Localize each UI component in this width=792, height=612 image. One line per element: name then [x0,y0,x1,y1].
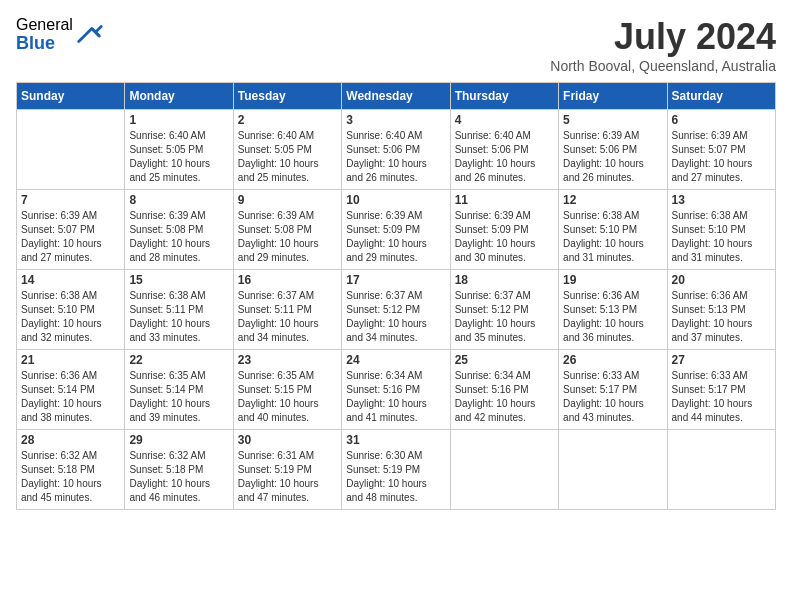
calendar-cell: 8Sunrise: 6:39 AM Sunset: 5:08 PM Daylig… [125,190,233,270]
calendar-table: SundayMondayTuesdayWednesdayThursdayFrid… [16,82,776,510]
calendar-body: 1Sunrise: 6:40 AM Sunset: 5:05 PM Daylig… [17,110,776,510]
day-number: 4 [455,113,554,127]
day-info: Sunrise: 6:39 AM Sunset: 5:09 PM Dayligh… [346,209,445,265]
day-info: Sunrise: 6:34 AM Sunset: 5:16 PM Dayligh… [346,369,445,425]
calendar-week-row: 14Sunrise: 6:38 AM Sunset: 5:10 PM Dayli… [17,270,776,350]
calendar-cell: 2Sunrise: 6:40 AM Sunset: 5:05 PM Daylig… [233,110,341,190]
calendar-cell: 19Sunrise: 6:36 AM Sunset: 5:13 PM Dayli… [559,270,667,350]
day-number: 6 [672,113,771,127]
day-info: Sunrise: 6:36 AM Sunset: 5:13 PM Dayligh… [672,289,771,345]
calendar-cell [17,110,125,190]
day-number: 7 [21,193,120,207]
month-title: July 2024 [550,16,776,58]
calendar-cell: 29Sunrise: 6:32 AM Sunset: 5:18 PM Dayli… [125,430,233,510]
day-info: Sunrise: 6:38 AM Sunset: 5:11 PM Dayligh… [129,289,228,345]
day-info: Sunrise: 6:30 AM Sunset: 5:19 PM Dayligh… [346,449,445,505]
day-number: 25 [455,353,554,367]
day-info: Sunrise: 6:39 AM Sunset: 5:06 PM Dayligh… [563,129,662,185]
page-header: General Blue July 2024 North Booval, Que… [16,16,776,74]
day-of-week-header: Friday [559,83,667,110]
calendar-cell: 31Sunrise: 6:30 AM Sunset: 5:19 PM Dayli… [342,430,450,510]
day-of-week-header: Sunday [17,83,125,110]
day-number: 8 [129,193,228,207]
calendar-cell: 26Sunrise: 6:33 AM Sunset: 5:17 PM Dayli… [559,350,667,430]
day-info: Sunrise: 6:32 AM Sunset: 5:18 PM Dayligh… [129,449,228,505]
calendar-cell: 25Sunrise: 6:34 AM Sunset: 5:16 PM Dayli… [450,350,558,430]
day-info: Sunrise: 6:32 AM Sunset: 5:18 PM Dayligh… [21,449,120,505]
day-info: Sunrise: 6:39 AM Sunset: 5:07 PM Dayligh… [672,129,771,185]
day-of-week-header: Thursday [450,83,558,110]
day-info: Sunrise: 6:40 AM Sunset: 5:06 PM Dayligh… [455,129,554,185]
day-info: Sunrise: 6:37 AM Sunset: 5:12 PM Dayligh… [455,289,554,345]
calendar-cell: 12Sunrise: 6:38 AM Sunset: 5:10 PM Dayli… [559,190,667,270]
calendar-cell: 23Sunrise: 6:35 AM Sunset: 5:15 PM Dayli… [233,350,341,430]
logo-icon [75,21,103,49]
calendar-week-row: 7Sunrise: 6:39 AM Sunset: 5:07 PM Daylig… [17,190,776,270]
calendar-cell: 10Sunrise: 6:39 AM Sunset: 5:09 PM Dayli… [342,190,450,270]
day-number: 26 [563,353,662,367]
day-number: 17 [346,273,445,287]
calendar-cell: 3Sunrise: 6:40 AM Sunset: 5:06 PM Daylig… [342,110,450,190]
day-info: Sunrise: 6:40 AM Sunset: 5:05 PM Dayligh… [129,129,228,185]
day-of-week-header: Monday [125,83,233,110]
day-number: 11 [455,193,554,207]
calendar-cell: 15Sunrise: 6:38 AM Sunset: 5:11 PM Dayli… [125,270,233,350]
day-info: Sunrise: 6:36 AM Sunset: 5:14 PM Dayligh… [21,369,120,425]
day-info: Sunrise: 6:39 AM Sunset: 5:09 PM Dayligh… [455,209,554,265]
day-number: 10 [346,193,445,207]
day-of-week-header: Tuesday [233,83,341,110]
calendar-cell [450,430,558,510]
day-number: 29 [129,433,228,447]
calendar-header: SundayMondayTuesdayWednesdayThursdayFrid… [17,83,776,110]
calendar-cell: 24Sunrise: 6:34 AM Sunset: 5:16 PM Dayli… [342,350,450,430]
day-number: 21 [21,353,120,367]
day-of-week-header: Wednesday [342,83,450,110]
day-info: Sunrise: 6:39 AM Sunset: 5:08 PM Dayligh… [129,209,228,265]
day-info: Sunrise: 6:37 AM Sunset: 5:11 PM Dayligh… [238,289,337,345]
days-of-week-row: SundayMondayTuesdayWednesdayThursdayFrid… [17,83,776,110]
logo-text: General Blue [16,16,73,53]
day-info: Sunrise: 6:35 AM Sunset: 5:14 PM Dayligh… [129,369,228,425]
day-info: Sunrise: 6:33 AM Sunset: 5:17 PM Dayligh… [672,369,771,425]
location-title: North Booval, Queensland, Australia [550,58,776,74]
day-number: 1 [129,113,228,127]
day-info: Sunrise: 6:39 AM Sunset: 5:08 PM Dayligh… [238,209,337,265]
calendar-cell: 16Sunrise: 6:37 AM Sunset: 5:11 PM Dayli… [233,270,341,350]
calendar-week-row: 21Sunrise: 6:36 AM Sunset: 5:14 PM Dayli… [17,350,776,430]
calendar-cell [667,430,775,510]
day-number: 30 [238,433,337,447]
day-info: Sunrise: 6:40 AM Sunset: 5:06 PM Dayligh… [346,129,445,185]
day-number: 2 [238,113,337,127]
day-info: Sunrise: 6:38 AM Sunset: 5:10 PM Dayligh… [563,209,662,265]
calendar-week-row: 1Sunrise: 6:40 AM Sunset: 5:05 PM Daylig… [17,110,776,190]
day-number: 24 [346,353,445,367]
calendar-cell: 7Sunrise: 6:39 AM Sunset: 5:07 PM Daylig… [17,190,125,270]
calendar-week-row: 28Sunrise: 6:32 AM Sunset: 5:18 PM Dayli… [17,430,776,510]
day-info: Sunrise: 6:39 AM Sunset: 5:07 PM Dayligh… [21,209,120,265]
day-number: 14 [21,273,120,287]
calendar-cell: 1Sunrise: 6:40 AM Sunset: 5:05 PM Daylig… [125,110,233,190]
calendar-cell: 13Sunrise: 6:38 AM Sunset: 5:10 PM Dayli… [667,190,775,270]
day-number: 18 [455,273,554,287]
calendar-cell: 5Sunrise: 6:39 AM Sunset: 5:06 PM Daylig… [559,110,667,190]
day-info: Sunrise: 6:40 AM Sunset: 5:05 PM Dayligh… [238,129,337,185]
day-number: 31 [346,433,445,447]
day-number: 12 [563,193,662,207]
day-number: 15 [129,273,228,287]
logo-general: General [16,16,73,34]
calendar-cell: 9Sunrise: 6:39 AM Sunset: 5:08 PM Daylig… [233,190,341,270]
day-info: Sunrise: 6:38 AM Sunset: 5:10 PM Dayligh… [21,289,120,345]
day-info: Sunrise: 6:37 AM Sunset: 5:12 PM Dayligh… [346,289,445,345]
calendar-cell: 4Sunrise: 6:40 AM Sunset: 5:06 PM Daylig… [450,110,558,190]
calendar-cell: 14Sunrise: 6:38 AM Sunset: 5:10 PM Dayli… [17,270,125,350]
title-area: July 2024 North Booval, Queensland, Aust… [550,16,776,74]
day-number: 27 [672,353,771,367]
calendar-cell: 11Sunrise: 6:39 AM Sunset: 5:09 PM Dayli… [450,190,558,270]
calendar-cell: 17Sunrise: 6:37 AM Sunset: 5:12 PM Dayli… [342,270,450,350]
calendar-cell: 22Sunrise: 6:35 AM Sunset: 5:14 PM Dayli… [125,350,233,430]
day-info: Sunrise: 6:33 AM Sunset: 5:17 PM Dayligh… [563,369,662,425]
day-number: 13 [672,193,771,207]
day-number: 19 [563,273,662,287]
calendar-cell: 28Sunrise: 6:32 AM Sunset: 5:18 PM Dayli… [17,430,125,510]
day-number: 28 [21,433,120,447]
